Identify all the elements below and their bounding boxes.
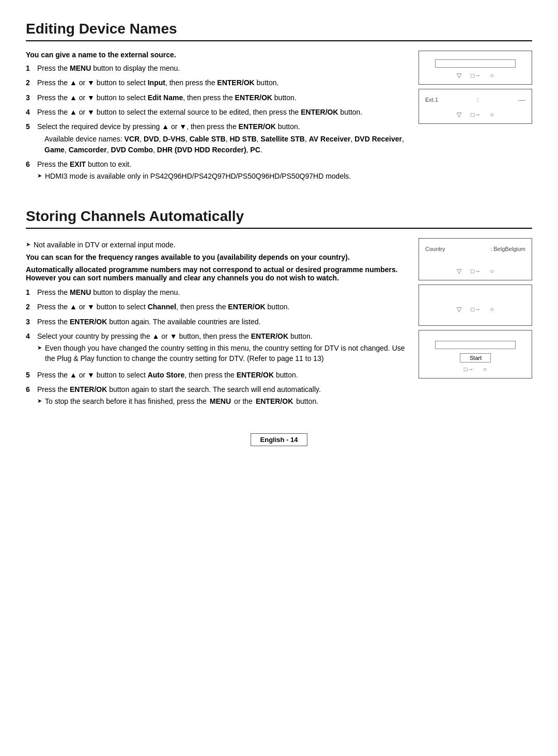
s2-step-1-num: 1: [26, 287, 33, 297]
diag1-ext-value: ----: [518, 97, 525, 103]
step-1-text: Press the MENU button to display the men…: [37, 63, 406, 73]
step-3: 3 Press the ▲ or ▼ button to select Edit…: [26, 92, 406, 103]
diag1-icon-enter: □→: [471, 72, 481, 79]
diag1-ext-row: Ext.1 : ----: [425, 97, 525, 103]
section2-intro-notes: Not available in DTV or external input m…: [26, 240, 406, 282]
step-4: 4 Press the ▲ or ▼ button to select the …: [26, 107, 406, 117]
step-5: 5 Select the required device by pressing…: [26, 121, 406, 155]
section1-divider: [26, 40, 532, 41]
diag2-box2-icons: ▽ □→ ○: [425, 306, 525, 313]
diag1-inner-rect: [435, 59, 515, 68]
step-2: 2 Press the ▲ or ▼ button to select Inpu…: [26, 77, 406, 88]
diag2-box1-icons: ▽ □→ ○: [425, 267, 525, 275]
diag1-icon-down: ▽: [457, 72, 461, 79]
s2-step-4: 4 Select your country by pressing the ▲ …: [26, 331, 406, 366]
s2-step-6-num: 6: [26, 384, 33, 408]
section2-title: Storing Channels Automatically: [26, 208, 532, 225]
step-3-text: Press the ▲ or ▼ button to select Edit N…: [37, 92, 406, 103]
section2-note3: Automatically allocated programme number…: [26, 265, 406, 282]
section1-steps: 1 Press the MENU button to display the m…: [26, 63, 406, 183]
diag1-b2-icon-enter: □→: [471, 111, 481, 118]
s2-step-2-text: Press the ▲ or ▼ button to select Channe…: [37, 302, 406, 312]
diag1-ext-label: Ext.1: [425, 97, 438, 103]
s2-step-6-text: Press the ENTER/OK button again to start…: [37, 384, 406, 408]
step-5-text: Select the required device by pressing ▲…: [37, 121, 406, 155]
s2-step-4-note: Even though you have changed the country…: [37, 343, 406, 364]
section2-text-col: Not available in DTV or external input m…: [26, 238, 406, 413]
step-1: 1 Press the MENU button to display the m…: [26, 63, 406, 73]
section2-note1: Not available in DTV or external input m…: [26, 240, 406, 250]
s2-step-2: 2 Press the ▲ or ▼ button to select Chan…: [26, 302, 406, 312]
step-6-text: Press the EXIT button to exit. HDMI3 mod…: [37, 159, 406, 183]
section1-body: You can give a name to the external sour…: [26, 51, 532, 187]
section2-diagram-col: Country : BelgBelgium ▽ □→ ○ ▽ □→ ○: [419, 238, 532, 413]
section2-steps: 1 Press the MENU button to display the m…: [26, 287, 406, 408]
s2-step-5-num: 5: [26, 370, 33, 380]
s2-step-6: 6 Press the ENTER/OK button again to sta…: [26, 384, 406, 408]
section-editing-device-names: Editing Device Names You can give a name…: [26, 21, 532, 187]
diag2-box3-icons: □→ ○: [425, 366, 525, 373]
s2-step-2-num: 2: [26, 302, 33, 312]
diag1-box2-icons: ▽ □→ ○: [425, 111, 525, 118]
diag1-icons-row: ▽ □→ ○: [425, 72, 525, 79]
s2-step-3-text: Press the ENTER/OK button again. The ava…: [37, 317, 406, 327]
s2-step-3: 3 Press the ENTER/OK button again. The a…: [26, 317, 406, 327]
section1-title: Editing Device Names: [26, 21, 532, 37]
section2-note2: You can scan for the frequency ranges av…: [26, 253, 406, 261]
s2-step-6-note: To stop the search before it has finishe…: [37, 396, 406, 406]
step-4-num: 4: [26, 107, 33, 117]
s2-step-5-text: Press the ▲ or ▼ button to select Auto S…: [37, 370, 406, 380]
step-5-num: 5: [26, 121, 33, 155]
diag1-ext-sep: :: [477, 97, 479, 103]
step-1-num: 1: [26, 63, 33, 73]
s2-step-5: 5 Press the ▲ or ▼ button to select Auto…: [26, 370, 406, 380]
diag2-b2-icon-enter: □→: [471, 306, 481, 313]
section2-body: Not available in DTV or external input m…: [26, 238, 532, 413]
diag2-b3-icon-return: ○: [483, 366, 487, 373]
section-storing-channels: Storing Channels Automatically Not avail…: [26, 208, 532, 413]
s2-step-1: 1 Press the MENU button to display the m…: [26, 287, 406, 297]
step-4-text: Press the ▲ or ▼ button to select the ex…: [37, 107, 406, 117]
step-6-arrow-note: HDMI3 mode is available only in PS42Q96H…: [37, 171, 406, 181]
diag1-box2: Ext.1 : ---- ▽ □→ ○: [419, 89, 532, 124]
step-5-note: Available device names: VCR, DVD, D-VHS,…: [44, 134, 406, 155]
diag2-b1-icon-enter: □→: [471, 267, 481, 275]
s2-step-4-text: Select your country by pressing the ▲ or…: [37, 331, 406, 366]
step-6-num: 6: [26, 159, 33, 183]
section1-diagram-col: ▽ □→ ○ Ext.1 : ---- ▽ □→ ○: [419, 51, 532, 187]
diag2-box2: ▽ □→ ○: [419, 285, 532, 326]
section1-intro: You can give a name to the external sour…: [26, 51, 406, 59]
step-2-num: 2: [26, 77, 33, 88]
diag2-b1-icon-return: ○: [490, 267, 494, 275]
diag1-b2-icon-return: ○: [490, 111, 494, 118]
diag1-icon-return: ○: [490, 72, 494, 79]
diag1-b2-icon-down: ▽: [457, 111, 461, 118]
section2-divider: [26, 228, 532, 229]
footer-page-label: English - 14: [251, 433, 308, 446]
diag2-country-value: : BelgBelgium: [490, 246, 525, 252]
diag2-box3: Start □→ ○: [419, 330, 532, 379]
section1-text-col: You can give a name to the external sour…: [26, 51, 406, 187]
diag2-progress-rect: [435, 341, 515, 349]
diag2-b1-icon-down: ▽: [457, 267, 461, 275]
s2-step-1-text: Press the MENU button to display the men…: [37, 287, 406, 297]
diag2-box1: Country : BelgBelgium ▽ □→ ○: [419, 238, 532, 280]
diag2-start-btn: Start: [460, 353, 491, 363]
s2-step-3-num: 3: [26, 317, 33, 327]
diag2-b3-icon-enter: □→: [464, 366, 474, 373]
step-2-text: Press the ▲ or ▼ button to select Input,…: [37, 77, 406, 88]
diag2-country-label: Country: [425, 246, 445, 252]
step-3-num: 3: [26, 92, 33, 103]
page-footer: English - 14: [26, 433, 532, 446]
diag1-box1: ▽ □→ ○: [419, 51, 532, 85]
diag2-b2-icon-down: ▽: [457, 306, 461, 313]
s2-step-4-num: 4: [26, 331, 33, 366]
diag2-country-row: Country : BelgBelgium: [425, 246, 525, 252]
step-6: 6 Press the EXIT button to exit. HDMI3 m…: [26, 159, 406, 183]
diag2-b2-icon-return: ○: [490, 306, 494, 313]
